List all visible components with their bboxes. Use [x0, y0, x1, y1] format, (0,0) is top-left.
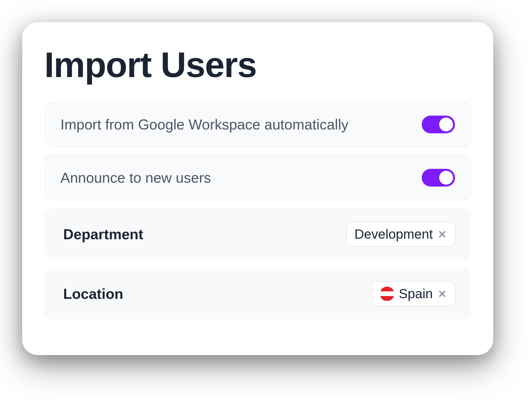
toggle-announce[interactable] [422, 169, 455, 187]
chip-text: Spain [399, 286, 433, 301]
filter-label-department: Department [60, 226, 143, 243]
toggle-label: Announce to new users [60, 169, 211, 186]
close-icon[interactable] [437, 229, 447, 239]
filter-row-location: Location Spain [44, 268, 471, 320]
chip-location[interactable]: Spain [372, 281, 456, 306]
close-icon[interactable] [437, 289, 447, 299]
toggle-knob [439, 171, 453, 185]
toggle-row-import-google: Import from Google Workspace automatical… [44, 102, 471, 147]
toggle-row-announce: Announce to new users [44, 155, 471, 200]
chip-department[interactable]: Development [346, 221, 456, 247]
toggle-knob [439, 118, 453, 131]
flag-icon [380, 287, 394, 301]
toggle-label: Import from Google Workspace automatical… [60, 116, 348, 133]
filter-label-location: Location [60, 286, 123, 302]
import-users-card: Import Users Import from Google Workspac… [22, 22, 493, 355]
card-title: Import Users [44, 44, 471, 85]
filter-row-department: Department Development [44, 208, 471, 260]
toggle-import-google[interactable] [422, 116, 455, 133]
chip-text: Development [354, 226, 433, 242]
